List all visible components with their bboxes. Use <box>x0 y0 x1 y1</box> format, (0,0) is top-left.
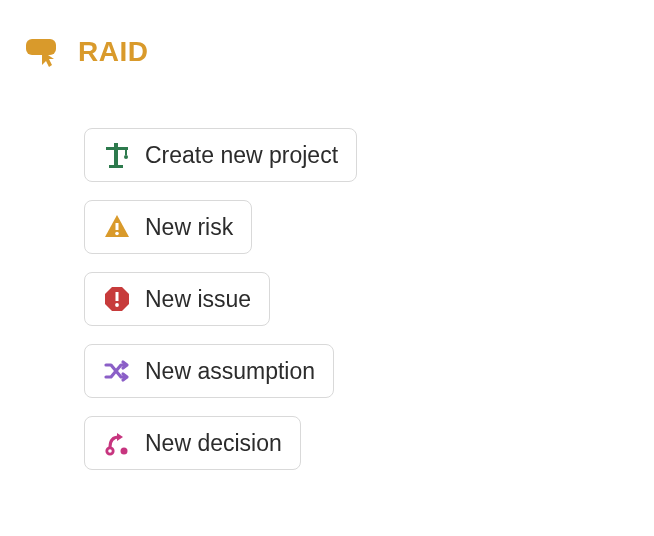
new-decision-button[interactable]: New decision <box>84 416 301 470</box>
crane-icon <box>103 141 131 169</box>
svg-rect-2 <box>106 147 128 150</box>
button-label: New decision <box>145 432 282 455</box>
new-issue-button[interactable]: New issue <box>84 272 270 326</box>
page-title: RAID <box>78 36 148 68</box>
action-button-list: Create new project New risk New issue <box>24 128 630 470</box>
warning-triangle-icon <box>103 213 131 241</box>
page-header: RAID <box>24 36 630 68</box>
svg-point-11 <box>115 303 119 307</box>
svg-rect-7 <box>116 223 119 230</box>
svg-rect-0 <box>26 39 56 55</box>
svg-rect-10 <box>116 292 119 301</box>
svg-point-12 <box>107 448 113 454</box>
create-project-button[interactable]: Create new project <box>84 128 357 182</box>
svg-point-5 <box>124 155 128 159</box>
button-label: Create new project <box>145 144 338 167</box>
new-assumption-button[interactable]: New assumption <box>84 344 334 398</box>
stop-octagon-icon <box>103 285 131 313</box>
cursor-button-icon <box>24 37 60 67</box>
button-label: New assumption <box>145 360 315 383</box>
button-label: New issue <box>145 288 251 311</box>
svg-rect-6 <box>114 143 118 147</box>
svg-point-13 <box>121 448 128 455</box>
svg-rect-3 <box>109 165 123 168</box>
svg-rect-4 <box>125 150 127 155</box>
shuffle-icon <box>103 357 131 385</box>
new-risk-button[interactable]: New risk <box>84 200 252 254</box>
path-icon <box>103 429 131 457</box>
svg-point-8 <box>115 232 119 236</box>
button-label: New risk <box>145 216 233 239</box>
